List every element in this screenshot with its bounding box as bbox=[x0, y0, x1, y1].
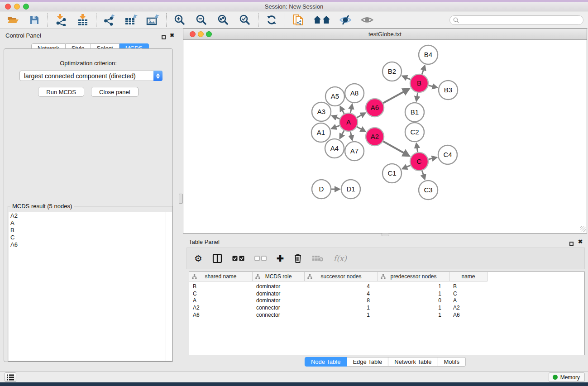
node-table: shared nameMCDS rolesuccessor nodesprede… bbox=[189, 272, 585, 355]
table-row[interactable]: A2connector11A2 bbox=[189, 305, 584, 312]
select-all-button[interactable] bbox=[232, 256, 244, 261]
table-toolbar: ⚙ bbox=[186, 248, 585, 269]
graph-edge-A-A8[interactable] bbox=[350, 105, 352, 113]
float-panel-icon[interactable] bbox=[162, 33, 166, 41]
graph-edge-C-C1[interactable] bbox=[403, 165, 411, 168]
criterion-dropdown[interactable]: largest connected component (directed) bbox=[19, 71, 163, 81]
function-builder-button[interactable]: f(x) bbox=[334, 254, 347, 263]
graph-edge-C-C3[interactable] bbox=[422, 171, 425, 179]
graph-edge-B-B4[interactable] bbox=[422, 66, 425, 74]
column-header-MCDS-role[interactable]: MCDS role bbox=[253, 272, 305, 281]
search-field[interactable] bbox=[449, 15, 583, 25]
mcds-result-item[interactable]: A bbox=[9, 219, 172, 227]
search-input[interactable] bbox=[461, 17, 580, 23]
column-header-name[interactable]: name bbox=[449, 272, 488, 281]
home-layout-button[interactable] bbox=[313, 13, 331, 27]
column-header-successor-nodes[interactable]: successor nodes bbox=[305, 272, 378, 281]
table-row[interactable]: Cdominator41C bbox=[189, 291, 584, 298]
network-canvas[interactable]: B4B2BB3A5A8A6A3B1AA1C2A2A4A7CC4C1C3DD1 bbox=[183, 40, 587, 233]
network-graph[interactable]: B4B2BB3A5A8A6A3B1AA1C2A2A4A7CC4C1C3DD1 bbox=[183, 40, 587, 234]
import-table-icon bbox=[77, 14, 89, 26]
mcds-result-item[interactable]: B bbox=[9, 227, 172, 234]
graph-node-label-C4: C4 bbox=[443, 151, 452, 158]
table-row[interactable]: Adominator80A bbox=[189, 297, 584, 305]
graph-edge-A6-B[interactable] bbox=[383, 89, 408, 103]
table-close-icon[interactable]: ✖ bbox=[578, 238, 583, 245]
graph-edge-A-A5[interactable] bbox=[340, 107, 344, 114]
open-session-button[interactable] bbox=[5, 13, 20, 27]
control-panel-title: Control Panel bbox=[5, 32, 41, 39]
column-selector-button[interactable] bbox=[212, 253, 222, 263]
column-header-predecessor-nodes[interactable]: predecessor nodes bbox=[378, 272, 449, 281]
network-view-window: testGlobe.txt B4B2BB3A5A8A6A3B1AA1C2A2A4… bbox=[183, 29, 587, 234]
table-tab-node-table[interactable]: Node Table bbox=[305, 357, 347, 367]
table-tab-edge-table[interactable]: Edge Table bbox=[347, 357, 388, 367]
graph-node-label-B4: B4 bbox=[424, 51, 432, 58]
mcds-result-item[interactable]: A2 bbox=[9, 212, 172, 219]
zoom-in-button[interactable] bbox=[172, 13, 187, 27]
new-network-button[interactable] bbox=[291, 13, 306, 27]
hide-selected-button[interactable] bbox=[338, 13, 353, 27]
import-table-button[interactable] bbox=[76, 13, 90, 27]
export-image-button[interactable] bbox=[146, 13, 160, 27]
resize-grip-icon[interactable] bbox=[580, 226, 586, 232]
table-settings-button[interactable]: ⚙ bbox=[194, 254, 202, 263]
column-header-shared-name[interactable]: shared name bbox=[189, 272, 253, 281]
graph-edge-A2-C[interactable] bbox=[383, 141, 409, 156]
zoom-fit-button[interactable] bbox=[216, 13, 230, 27]
cell-name: A bbox=[449, 297, 488, 305]
graph-edge-A-A4[interactable] bbox=[340, 131, 344, 138]
graph-edge-A-A2[interactable] bbox=[357, 127, 365, 131]
cell-name: C bbox=[449, 291, 488, 298]
graph-node-label-D1: D1 bbox=[346, 185, 355, 193]
close-panel-button[interactable]: Close panel bbox=[91, 87, 139, 97]
graph-edge-A-A1[interactable] bbox=[332, 125, 339, 128]
table-row[interactable]: Bdominator41B bbox=[189, 283, 584, 291]
graph-edge-B-B1[interactable] bbox=[416, 93, 418, 101]
refresh-button[interactable] bbox=[264, 13, 279, 27]
delete-column-button[interactable] bbox=[294, 253, 302, 263]
zoom-selected-button[interactable] bbox=[238, 13, 252, 27]
delete-table-button[interactable] bbox=[312, 255, 324, 262]
graph-edge-B-B3[interactable] bbox=[428, 86, 436, 87]
zoom-in-icon bbox=[174, 14, 186, 26]
double-home-icon bbox=[313, 14, 330, 25]
attribute-tree-icon bbox=[307, 274, 312, 279]
cell-successor-nodes: 8 bbox=[305, 297, 378, 305]
cell-successor-nodes: 1 bbox=[305, 312, 378, 319]
save-session-button[interactable] bbox=[27, 13, 42, 27]
import-network-button[interactable] bbox=[54, 13, 68, 27]
task-list-icon bbox=[7, 374, 14, 381]
table-float-icon[interactable] bbox=[569, 239, 574, 248]
zoom-out-button[interactable] bbox=[194, 13, 209, 27]
vertical-splitter-handle[interactable] bbox=[179, 194, 183, 204]
add-column-button[interactable]: ✚ bbox=[277, 254, 284, 263]
deselect-all-button[interactable] bbox=[254, 256, 267, 261]
cell-name: B bbox=[449, 283, 488, 291]
mcds-result-item[interactable]: A6 bbox=[9, 241, 172, 248]
export-network-button[interactable] bbox=[102, 13, 117, 27]
graph-edge-A-A7[interactable] bbox=[350, 132, 352, 140]
close-panel-icon[interactable]: ✖ bbox=[170, 32, 174, 38]
graph-edge-B-B2[interactable] bbox=[403, 76, 411, 79]
graph-edge-A-A3[interactable] bbox=[332, 116, 339, 119]
table-row[interactable]: A6connector11A6 bbox=[189, 312, 584, 319]
show-all-button[interactable] bbox=[360, 13, 374, 27]
graph-edge-C-C4[interactable] bbox=[428, 157, 436, 159]
graph-edge-A-A6[interactable] bbox=[357, 113, 365, 118]
horizontal-splitter-handle[interactable] bbox=[382, 233, 389, 236]
table-tab-network-table[interactable]: Network Table bbox=[388, 357, 438, 367]
import-network-icon bbox=[55, 14, 67, 26]
export-image-icon bbox=[146, 14, 160, 26]
mcds-result-list: A2ABCA6 bbox=[9, 212, 172, 361]
memory-button[interactable]: Memory bbox=[549, 372, 585, 382]
graph-edge-C-C2[interactable] bbox=[416, 144, 418, 152]
table-tab-motifs[interactable]: Motifs bbox=[438, 357, 466, 367]
export-table-button[interactable] bbox=[124, 13, 139, 27]
graph-node-label-B1: B1 bbox=[411, 108, 419, 116]
run-mcds-button[interactable]: Run MCDS bbox=[38, 87, 84, 97]
network-window-titlebar[interactable]: testGlobe.txt bbox=[183, 29, 587, 40]
mcds-result-item[interactable]: C bbox=[9, 234, 172, 241]
task-history-button[interactable] bbox=[5, 372, 16, 382]
optimization-criterion-label: Optimization criterion: bbox=[4, 60, 172, 67]
